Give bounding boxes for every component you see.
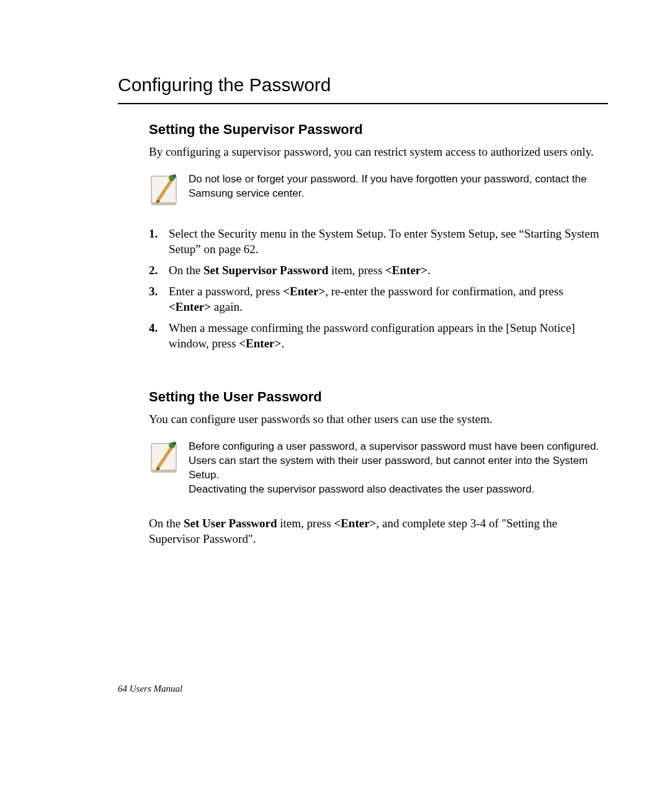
note-block: Before configuring a user password, a su… <box>149 440 608 497</box>
note-line: Deactivating the supervisor password als… <box>189 483 535 495</box>
t-bold: <Enter> <box>283 285 325 298</box>
page-footer: 64 Users Manual <box>118 684 182 694</box>
t: , re-enter the password for confirmation… <box>325 285 563 298</box>
note-icon <box>149 172 179 207</box>
section-supervisor-password: Setting the Supervisor Password By confi… <box>149 122 608 352</box>
t: item, press <box>277 517 334 530</box>
t: On the <box>169 264 203 277</box>
svg-point-11 <box>172 442 176 445</box>
svg-rect-7 <box>151 470 176 472</box>
section-heading: Setting the User Password <box>149 389 608 405</box>
section-intro: You can configure user passwords so that… <box>149 411 608 427</box>
t: . <box>427 264 431 277</box>
t: On the <box>149 517 184 530</box>
t-bold: <Enter> <box>385 264 427 277</box>
t-bold: <Enter> <box>169 300 211 313</box>
note-text: Before configuring a user password, a su… <box>189 440 608 497</box>
svg-rect-1 <box>151 202 176 205</box>
t-bold: <Enter> <box>334 517 376 530</box>
step-item: Select the Security menu in the System S… <box>149 226 608 257</box>
page-title: Configuring the Password <box>118 74 608 99</box>
section-heading: Setting the Supervisor Password <box>149 122 608 138</box>
steps-list: Select the Security menu in the System S… <box>149 226 608 352</box>
document-page: Configuring the Password Setting the Sup… <box>0 0 670 812</box>
note-text: Do not lose or forget your password. If … <box>189 172 608 201</box>
step-text: Select the Security menu in the System S… <box>169 227 599 256</box>
t: item, press <box>328 264 385 277</box>
note-block: Do not lose or forget your password. If … <box>149 172 608 207</box>
section-intro: By configuring a supervisor password, yo… <box>149 144 608 160</box>
svg-point-5 <box>172 174 176 178</box>
t: Enter a password, press <box>169 285 283 298</box>
title-rule <box>118 103 608 104</box>
final-paragraph: On the Set User Password item, press <En… <box>149 515 608 547</box>
note-line: Users can start the system with their us… <box>189 455 587 481</box>
t: again. <box>211 300 243 313</box>
note-line: Before configuring a user password, a su… <box>189 440 599 452</box>
t: . <box>281 337 284 350</box>
step-item: Enter a password, press <Enter>, re-ente… <box>149 283 608 315</box>
section-user-password: Setting the User Password You can config… <box>149 389 608 547</box>
t-bold: Set User Password <box>184 517 277 530</box>
t-bold: <Enter> <box>239 337 281 350</box>
t-bold: Set Supervisor Password <box>203 264 328 277</box>
note-icon <box>149 440 179 475</box>
step-item: When a message confirming the password c… <box>149 320 608 352</box>
step-item: On the Set Supervisor Password item, pre… <box>149 262 608 279</box>
t: When a message confirming the password c… <box>169 321 575 350</box>
